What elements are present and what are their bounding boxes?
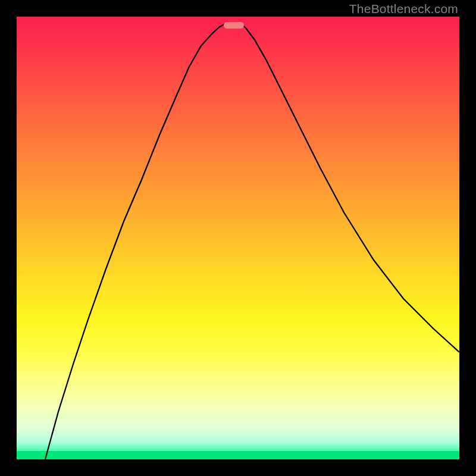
curve-segment-left: [45, 23, 228, 459]
bottleneck-curve: [17, 17, 459, 459]
watermark-text: TheBottleneck.com: [349, 2, 458, 16]
curve-segment-right: [240, 23, 459, 352]
chart-frame: [17, 17, 459, 459]
optimal-marker: [224, 22, 244, 29]
